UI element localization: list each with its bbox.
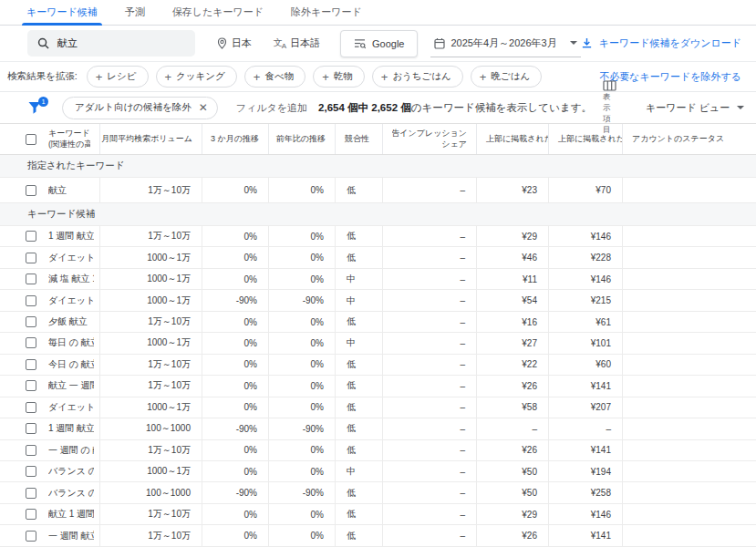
column-header-volume[interactable]: 月間平均検索ボリューム xyxy=(100,124,202,154)
tab-saved-keywords[interactable]: 保存したキーワード xyxy=(159,0,277,25)
table-row[interactable]: ダイエット 献立 1000～1万 0% 0% 低 – ¥46 ¥228 xyxy=(0,247,756,268)
tab-negative-keywords[interactable]: 除外キーワード xyxy=(277,0,376,25)
row-checkbox[interactable] xyxy=(26,231,36,242)
keyword-text: 1 週間 献立 xyxy=(48,230,94,243)
table-row[interactable]: 献立 一 週間 1万～10万 0% 0% 低 – ¥26 ¥141 xyxy=(0,376,756,397)
account-status-cell xyxy=(623,269,756,289)
row-checkbox[interactable] xyxy=(26,402,36,413)
column-header-three-month[interactable]: 3 か月の推移 xyxy=(202,124,269,154)
impression-share-cell: – xyxy=(383,461,477,481)
add-keyword-chip[interactable]: +おうちごはん xyxy=(372,66,463,88)
add-keyword-chip[interactable]: +クッキング xyxy=(156,66,237,88)
three-month-cell: -90% xyxy=(202,418,269,439)
impression-share-cell: – xyxy=(383,355,477,375)
plus-icon: + xyxy=(322,71,329,83)
table-row[interactable]: 1 週間 献立 まとめ.. 100～1000 -90% -90% 低 – – – xyxy=(0,418,756,439)
column-header-impression-share[interactable]: 広告インプレッションシェア xyxy=(383,124,477,154)
keyword-text: 献立 一 週間 xyxy=(48,379,94,392)
row-checkbox[interactable] xyxy=(26,531,36,542)
table-row[interactable]: 夕飯 献立 1万～10万 0% 0% 低 – ¥16 ¥61 xyxy=(0,312,756,333)
row-checkbox[interactable] xyxy=(26,337,36,348)
row-checkbox[interactable] xyxy=(26,445,36,456)
keyword-view-dropdown[interactable]: キーワード ビュー xyxy=(646,101,744,115)
table-row[interactable]: ダイエット メニュ.. 1000～1万 -90% -90% 中 – ¥54 ¥2… xyxy=(0,290,756,311)
column-header-account-status[interactable]: アカウントのステータス xyxy=(623,124,756,154)
top-of-page-low-cell: ¥29 xyxy=(477,504,549,524)
competition-cell: 中 xyxy=(336,333,383,353)
keyword-text: 減 塩 献立 1 週間 xyxy=(48,273,94,285)
table-row[interactable]: 今日 の 献立 1万～10万 0% 0% 低 – ¥22 ¥60 xyxy=(0,355,756,376)
close-icon[interactable]: ✕ xyxy=(199,101,208,114)
column-header-yoy[interactable]: 前年比の推移 xyxy=(269,124,336,154)
select-all-checkbox[interactable] xyxy=(26,134,36,145)
table-row[interactable]: バランス の 良い .. 1000～1万 0% 0% 中 – ¥50 ¥194 xyxy=(0,461,756,482)
download-label: キーワード候補をダウンロード xyxy=(599,36,741,50)
account-status-cell xyxy=(623,226,756,246)
add-keyword-chip[interactable]: +晩ごはん xyxy=(471,66,542,88)
table-row[interactable]: 毎日 の 献立 1000～1万 0% 0% 中 – ¥27 ¥101 xyxy=(0,333,756,354)
tab-keyword-ideas[interactable]: キーワード候補 xyxy=(13,0,111,25)
account-status-cell xyxy=(623,376,756,396)
add-filter-button[interactable]: フィルタを追加 xyxy=(236,101,307,115)
filter-button[interactable]: 1 xyxy=(27,100,44,116)
account-status-cell xyxy=(623,178,756,202)
column-header-top-of-page-low[interactable]: 上部に掲載された広告 xyxy=(477,124,549,154)
date-range-selector[interactable]: 2025年4月～2026年3月 xyxy=(430,30,580,57)
yoy-cell: 0% xyxy=(269,440,336,460)
volume-cell: 100～1000 xyxy=(100,482,202,502)
table-row[interactable]: 献立 1万～10万 0% 0% 低 – ¥23 ¥70 xyxy=(0,178,756,203)
row-checkbox[interactable] xyxy=(26,423,36,434)
impression-share-cell: – xyxy=(383,312,477,332)
column-header-competition[interactable]: 競合性 xyxy=(336,124,383,154)
network-selector[interactable]: Google xyxy=(340,30,418,57)
top-of-page-high-cell: ¥194 xyxy=(549,461,623,481)
row-checkbox[interactable] xyxy=(26,380,36,391)
row-checkbox[interactable] xyxy=(26,274,36,284)
row-checkbox[interactable] xyxy=(26,466,36,477)
top-of-page-high-cell: ¥228 xyxy=(549,247,623,267)
row-checkbox[interactable] xyxy=(26,359,36,370)
row-checkbox[interactable] xyxy=(26,185,36,196)
row-checkbox[interactable] xyxy=(26,509,36,520)
tab-forecast[interactable]: 予測 xyxy=(111,0,159,25)
row-checkbox[interactable] xyxy=(26,316,36,327)
expand-search-row: 検索結果を拡張: +レシピ +クッキング +食べ物 +乾物 +おうちごはん +晩… xyxy=(0,62,756,91)
filter-bar: 1 アダルト向けの候補を除外 ✕ フィルタを追加 2,654 個中 2,652 … xyxy=(0,91,756,123)
competition-cell: 低 xyxy=(336,440,383,460)
table-row[interactable]: 一 週間 の 献立 1万～10万 0% 0% 低 – ¥26 ¥141 xyxy=(0,440,756,461)
keyword-search-box[interactable]: 献立 xyxy=(27,30,195,57)
exclude-keywords-link[interactable]: 不必要なキーワードを除外する xyxy=(599,70,741,84)
top-of-page-low-cell: ¥27 xyxy=(477,333,549,353)
table-row[interactable]: 献立 1 週間 1万～10万 0% 0% 低 – ¥29 ¥146 xyxy=(0,504,756,525)
section-header-provided-keywords: 指定されたキーワード xyxy=(0,155,756,178)
section-header-keyword-ideas: キーワード候補 xyxy=(0,203,756,226)
table-row[interactable]: 1 週間 献立 1万～10万 0% 0% 低 – ¥29 ¥146 xyxy=(0,226,756,247)
impression-share-cell: – xyxy=(383,376,477,396)
translate-icon: 文A xyxy=(274,36,285,50)
location-selector[interactable]: 日本 xyxy=(217,36,252,50)
column-header-top-of-page-high[interactable]: 上部に掲載された広告 xyxy=(549,124,623,154)
row-checkbox[interactable] xyxy=(26,295,36,306)
column-header-keyword[interactable]: キーワード(関連性の高い順) xyxy=(0,124,100,154)
keyword-text: 一 週間 の 献立 xyxy=(48,444,94,457)
account-status-cell xyxy=(623,355,756,375)
add-keyword-chip[interactable]: +食べ物 xyxy=(244,66,306,88)
expand-label: 検索結果を拡張: xyxy=(7,70,78,83)
top-of-page-low-cell: ¥23 xyxy=(477,178,549,202)
competition-cell: 低 xyxy=(336,525,383,545)
volume-cell: 1万～10万 xyxy=(100,504,202,524)
add-keyword-chip[interactable]: +レシピ xyxy=(87,66,149,88)
volume-cell: 1000～1万 xyxy=(100,247,202,267)
active-filter-chip[interactable]: アダルト向けの候補を除外 ✕ xyxy=(62,97,218,119)
table-row[interactable]: バランス の 良い .. 100～1000 -90% -90% 低 – ¥50 … xyxy=(0,482,756,503)
row-checkbox[interactable] xyxy=(26,488,36,499)
three-month-cell: 0% xyxy=(202,312,269,332)
row-checkbox[interactable] xyxy=(26,253,36,263)
table-row[interactable]: 一 週間 献立 1万～10万 0% 0% 低 – ¥26 ¥141 xyxy=(0,525,756,546)
language-selector[interactable]: 文A 日本語 xyxy=(274,36,320,50)
table-row[interactable]: 減 塩 献立 1 週間 1000～1万 0% 0% 中 – ¥11 ¥146 xyxy=(0,269,756,290)
download-keyword-ideas-button[interactable]: キーワード候補をダウンロード xyxy=(581,36,741,50)
add-keyword-chip[interactable]: +乾物 xyxy=(313,66,365,88)
table-row[interactable]: ダイエット 献立 1 .. 1000～1万 0% 0% 低 – ¥58 ¥207 xyxy=(0,397,756,418)
keyword-text: バランス の 良い .. xyxy=(48,487,94,500)
